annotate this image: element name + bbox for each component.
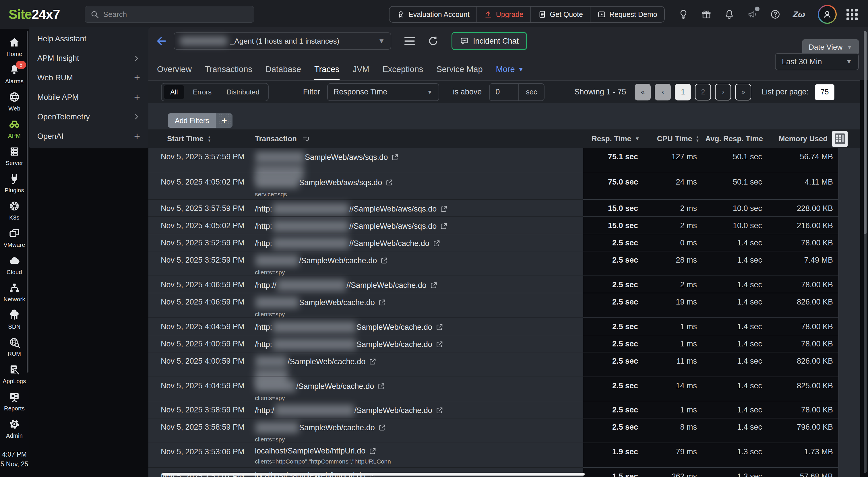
external-link-icon[interactable] xyxy=(436,407,443,414)
table-row[interactable]: Nov 5, 2025 4:06:59 PM SampleWeb/cache.d… xyxy=(148,293,860,318)
table-row[interactable]: Nov 5, 2025 3:57:59 PM SampleWeb/aws/sqs… xyxy=(148,148,860,173)
date-view-button[interactable]: Date View ▼ xyxy=(802,39,859,55)
bell-icon[interactable] xyxy=(724,9,735,20)
sidebar-item-apm-insight[interactable]: APM Insight xyxy=(29,49,149,68)
sidebar-item-apm[interactable]: APM xyxy=(0,115,29,142)
vertical-scrollbar[interactable] xyxy=(864,31,867,473)
column-start-time[interactable]: Start Time ▲▼ xyxy=(167,129,211,148)
transaction-link[interactable]: /http:////SampleWeb/cache.do xyxy=(255,280,577,291)
external-link-icon[interactable] xyxy=(436,323,443,331)
transaction-link[interactable]: /SampleWeb/cache.do xyxy=(255,356,577,368)
sidebar-item-reports[interactable]: Reports xyxy=(0,388,29,415)
help-icon[interactable] xyxy=(770,9,781,20)
tab-traces[interactable]: Traces xyxy=(314,65,340,81)
transaction-link[interactable]: /http://SampleWeb/cache.do xyxy=(255,405,577,416)
request-demo-button[interactable]: Request Demo xyxy=(590,7,664,22)
table-row[interactable]: Nov 5, 2025 3:58:59 PM /http://SampleWeb… xyxy=(148,401,860,418)
sidebar-item-cloud[interactable]: Cloud xyxy=(0,251,29,279)
sidebar-item-vmware[interactable]: VMware xyxy=(0,224,29,251)
get-quote-button[interactable]: Get Quote xyxy=(530,7,590,22)
sidebar-item-opentelemetry[interactable]: OpenTelemetry xyxy=(29,107,149,127)
sidebar-item-web-rum[interactable]: Web RUM+ xyxy=(29,68,149,88)
monitor-dropdown[interactable]: _Agent (1 hosts and 1 instances) ▼ xyxy=(174,32,391,50)
external-link-icon[interactable] xyxy=(436,341,443,348)
tab-service-map[interactable]: Service Map xyxy=(436,65,483,81)
filter-field-dropdown[interactable]: Response Time ▼ xyxy=(327,83,439,101)
search-input[interactable] xyxy=(103,10,229,19)
segment-errors[interactable]: Errors xyxy=(187,85,218,99)
transaction-link[interactable]: SampleWeb/cache.do xyxy=(255,297,577,308)
incident-chat-button[interactable]: Incident Chat xyxy=(452,32,527,50)
external-link-icon[interactable] xyxy=(440,222,447,230)
table-row[interactable]: Nov 5, 2025 4:05:02 PM SampleWeb/aws/sqs… xyxy=(148,173,860,200)
megaphone-icon[interactable] xyxy=(747,9,758,20)
table-row[interactable]: Nov 5, 2025 3:58:59 PM SampleWeb/cache.d… xyxy=(148,418,860,443)
threshold-input[interactable] xyxy=(490,88,518,96)
column-cpu-time[interactable]: CPU Time▲▼ xyxy=(644,134,703,143)
segment-all[interactable]: All xyxy=(164,85,184,99)
table-row[interactable]: Nov 5, 2025 4:00:59 PM /http:SampleWeb/c… xyxy=(148,335,860,352)
external-link-icon[interactable] xyxy=(377,383,385,390)
external-link-icon[interactable] xyxy=(430,282,437,289)
transaction-link[interactable]: /http:SampleWeb/cache.do xyxy=(255,339,577,350)
table-row[interactable]: Nov 5, 2025 3:52:59 PM /SampleWeb/cache.… xyxy=(148,251,860,276)
sidebar-item-alarms[interactable]: 5Alarms xyxy=(0,61,29,88)
transaction-link[interactable]: /http://SampleWeb/cache.do xyxy=(255,237,577,249)
external-link-icon[interactable] xyxy=(440,205,447,213)
external-link-icon[interactable] xyxy=(369,358,376,365)
page-button-«[interactable]: « xyxy=(634,84,651,100)
tab-jvm[interactable]: JVM xyxy=(353,65,369,81)
tab-exceptions[interactable]: Exceptions xyxy=(383,65,423,81)
table-row[interactable]: Nov 5, 2025 4:04:59 PM /SampleWeb/cache.… xyxy=(148,377,860,401)
sidebar-item-admin[interactable]: Admin xyxy=(0,415,29,442)
sidebar-item-sdn[interactable]: SDN xyxy=(0,306,29,333)
tab-more[interactable]: More▼ xyxy=(496,65,524,81)
sidebar-item-openai[interactable]: OpenAI+ xyxy=(29,127,149,146)
transaction-link[interactable]: SampleWeb/aws/sqs.do xyxy=(255,177,577,188)
page-button-»[interactable]: » xyxy=(735,84,751,100)
external-link-icon[interactable] xyxy=(391,154,399,161)
avatar[interactable] xyxy=(818,5,837,24)
sort-icon[interactable]: ▲▼ xyxy=(208,135,211,142)
back-button[interactable] xyxy=(156,35,167,47)
gift-icon[interactable] xyxy=(701,9,712,20)
sidebar-item-help-assistant[interactable]: Help Assistant xyxy=(29,29,149,49)
transaction-link[interactable]: localhost/SampleWeb/httpUrl.do xyxy=(255,447,577,455)
table-row[interactable]: Nov 5, 2025 4:06:59 PM /http:////SampleW… xyxy=(148,276,860,293)
refresh-icon[interactable] xyxy=(427,35,439,47)
transaction-link[interactable]: /http://SampleWeb/aws/sqs.do xyxy=(255,220,577,232)
transaction-link[interactable]: /http:SampleWeb/cache.do xyxy=(255,321,577,333)
menu-icon[interactable] xyxy=(404,37,415,45)
column-avg-resp-time[interactable]: Avg. Resp. Time xyxy=(703,134,769,143)
column-resp-time[interactable]: Resp. Time▼ xyxy=(583,134,644,143)
global-search[interactable] xyxy=(85,6,254,23)
list-per-page-input[interactable] xyxy=(815,84,834,100)
transaction-link[interactable]: SampleWeb/aws/sqs.do xyxy=(255,152,577,163)
page-button-1[interactable]: 1 xyxy=(675,84,691,100)
external-link-icon[interactable] xyxy=(433,240,440,247)
sidebar-item-server[interactable]: Server xyxy=(0,142,29,170)
segment-distributed[interactable]: Distributed xyxy=(220,85,266,99)
group-by-icon[interactable] xyxy=(301,135,310,143)
transaction-link[interactable]: /SampleWeb/cache.do xyxy=(255,255,577,266)
table-row[interactable]: Nov 5, 2025 3:57:59 PM /http://SampleWeb… xyxy=(148,200,860,217)
column-chooser-icon[interactable] xyxy=(832,131,848,147)
bulb-icon[interactable] xyxy=(678,9,689,20)
table-row[interactable]: Nov 5, 2025 3:52:59 PM /http://SampleWeb… xyxy=(148,234,860,251)
sidebar-item-applogs[interactable]: AppLogs xyxy=(0,360,29,388)
column-transaction[interactable]: Transaction xyxy=(255,129,310,148)
page-button-2[interactable]: 2 xyxy=(695,84,711,100)
tab-overview[interactable]: Overview xyxy=(157,65,192,81)
transaction-link[interactable]: SampleWeb/cache.do xyxy=(255,422,577,433)
sidebar-item-k8s[interactable]: K8s xyxy=(0,197,29,224)
table-row[interactable]: Nov 5, 2025 4:05:02 PM /http://SampleWeb… xyxy=(148,217,860,234)
add-filters-button[interactable]: Add Filters + xyxy=(168,114,232,128)
time-range-dropdown[interactable]: Last 30 Min ▼ xyxy=(775,53,859,70)
external-link-icon[interactable] xyxy=(385,179,393,186)
transaction-link[interactable]: /http://SampleWeb/aws/sqs.do xyxy=(255,203,577,215)
external-link-icon[interactable] xyxy=(380,257,388,264)
sidebar-item-home[interactable]: Home xyxy=(0,33,29,61)
sidebar-item-mobile-apm[interactable]: Mobile APM+ xyxy=(29,88,149,107)
zoho-logo-icon[interactable]: Zω xyxy=(793,9,805,20)
sidebar-item-rum[interactable]: RUM xyxy=(0,333,29,360)
